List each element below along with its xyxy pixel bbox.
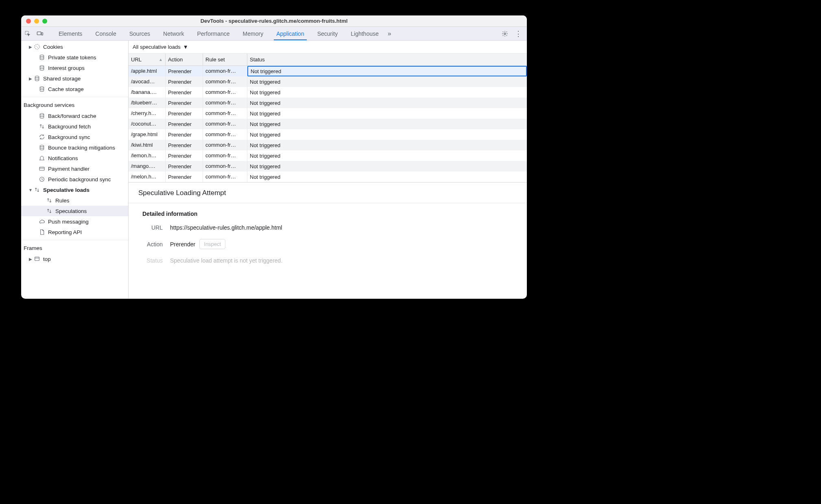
table-row[interactable]: /grape.htmlPrerendercommon-fr…Not trigge… bbox=[137, 129, 527, 140]
speculations-table-header: URL ▲ Action Rule set Status bbox=[137, 54, 527, 66]
cell-action: Prerender bbox=[166, 87, 203, 98]
cell-url: /coconut… bbox=[137, 119, 166, 129]
details-title: Speculative Loading Attempt bbox=[137, 182, 527, 203]
cell-ruleset: common-fr… bbox=[203, 150, 247, 161]
cell-url: /cherry.h… bbox=[137, 108, 166, 119]
table-row[interactable]: /mango.…Prerendercommon-fr…Not triggered bbox=[137, 161, 527, 172]
speculations-table-body: /apple.htmlPrerendercommon-fr…Not trigge… bbox=[137, 66, 527, 182]
table-row[interactable]: /banana.…Prerendercommon-fr…Not triggere… bbox=[137, 87, 527, 98]
cell-status: Not triggered bbox=[247, 108, 527, 119]
cell-status: Not triggered bbox=[247, 172, 527, 182]
tab-application[interactable]: Application bbox=[270, 27, 311, 40]
cell-url: /avocad… bbox=[137, 76, 166, 87]
devtools-window: DevTools - speculative-rules.glitch.me/c… bbox=[137, 15, 527, 299]
details-panel: Speculative Loading Attempt Detailed inf… bbox=[137, 182, 527, 268]
cell-url: /banana.… bbox=[137, 87, 166, 98]
cell-action: Prerender bbox=[166, 66, 203, 76]
table-row[interactable]: /avocad…Prerendercommon-fr…Not triggered bbox=[137, 76, 527, 87]
cell-ruleset: common-fr… bbox=[203, 108, 247, 119]
cell-url: /kiwi.html bbox=[137, 140, 166, 150]
cell-ruleset: common-fr… bbox=[203, 87, 247, 98]
cell-status: Not triggered bbox=[247, 140, 527, 150]
table-row[interactable]: /kiwi.htmlPrerendercommon-fr…Not trigger… bbox=[137, 140, 527, 150]
tab-performance[interactable]: Performance bbox=[190, 27, 236, 40]
cell-action: Prerender bbox=[166, 140, 203, 150]
cell-status: Not triggered bbox=[247, 87, 527, 98]
detail-row-action: Action Prerender Inspect bbox=[137, 235, 527, 253]
cell-status: Not triggered bbox=[247, 129, 527, 140]
cell-action: Prerender bbox=[166, 172, 203, 182]
cell-ruleset: common-fr… bbox=[203, 66, 247, 76]
cell-url: /grape.html bbox=[137, 129, 166, 140]
detail-row-url: URL https://speculative-rules.glitch.me/… bbox=[137, 220, 527, 235]
more-tabs-icon[interactable]: » bbox=[385, 30, 394, 37]
detail-action-value: Prerender bbox=[170, 241, 195, 248]
cell-ruleset: common-fr… bbox=[203, 76, 247, 87]
window-title: DevTools - speculative-rules.glitch.me/c… bbox=[137, 18, 522, 24]
filter-dropdown[interactable]: All speculative loads ▼ bbox=[137, 41, 527, 54]
table-row[interactable]: /apple.htmlPrerendercommon-fr…Not trigge… bbox=[137, 66, 527, 76]
col-action[interactable]: Action bbox=[166, 54, 203, 65]
cell-status: Not triggered bbox=[247, 119, 527, 129]
details-subheader: Detailed information bbox=[137, 203, 527, 220]
tab-memory[interactable]: Memory bbox=[236, 27, 270, 40]
cell-status: Not triggered bbox=[247, 161, 527, 172]
cell-ruleset: common-fr… bbox=[203, 172, 247, 182]
table-row[interactable]: /lemon.h…Prerendercommon-fr…Not triggere… bbox=[137, 150, 527, 161]
kebab-menu-icon[interactable]: ⋮ bbox=[515, 30, 522, 37]
col-status[interactable]: Status bbox=[247, 54, 527, 65]
detail-status-value: Speculative load attempt is not yet trig… bbox=[170, 257, 282, 264]
cell-url: /melon.h… bbox=[137, 172, 166, 182]
tab-sources[interactable]: Sources bbox=[137, 27, 157, 40]
window-titlebar: DevTools - speculative-rules.glitch.me/c… bbox=[137, 15, 527, 27]
cell-action: Prerender bbox=[166, 76, 203, 87]
col-url[interactable]: URL ▲ bbox=[137, 54, 166, 65]
cell-url: /apple.html bbox=[137, 66, 166, 76]
cell-action: Prerender bbox=[166, 108, 203, 119]
cell-action: Prerender bbox=[166, 161, 203, 172]
cell-status: Not triggered bbox=[247, 66, 527, 76]
cell-status: Not triggered bbox=[247, 150, 527, 161]
cell-ruleset: common-fr… bbox=[203, 140, 247, 150]
cell-action: Prerender bbox=[166, 150, 203, 161]
cell-url: /mango.… bbox=[137, 161, 166, 172]
sort-asc-icon: ▲ bbox=[159, 57, 163, 62]
detail-url-value: https://speculative-rules.glitch.me/appl… bbox=[170, 224, 282, 231]
filter-label: All speculative loads bbox=[137, 44, 181, 50]
settings-gear-icon[interactable] bbox=[502, 30, 508, 37]
inspect-button[interactable]: Inspect bbox=[199, 239, 225, 249]
cell-action: Prerender bbox=[166, 98, 203, 108]
cell-ruleset: common-fr… bbox=[203, 161, 247, 172]
cell-ruleset: common-fr… bbox=[203, 129, 247, 140]
cell-url: /blueberr… bbox=[137, 98, 166, 108]
table-row[interactable]: /melon.h…Prerendercommon-fr…Not triggere… bbox=[137, 172, 527, 182]
main-content: All speculative loads ▼ URL ▲ Action Rul… bbox=[137, 41, 527, 299]
tab-lighthouse[interactable]: Lighthouse bbox=[344, 27, 385, 40]
table-row[interactable]: /blueberr…Prerendercommon-fr…Not trigger… bbox=[137, 98, 527, 108]
tab-security[interactable]: Security bbox=[311, 27, 345, 40]
detail-row-status: Status Speculative load attempt is not y… bbox=[137, 253, 527, 268]
cell-ruleset: common-fr… bbox=[203, 119, 247, 129]
cell-action: Prerender bbox=[166, 129, 203, 140]
chevron-down-icon: ▼ bbox=[183, 44, 188, 50]
table-row[interactable]: /coconut…Prerendercommon-fr…Not triggere… bbox=[137, 119, 527, 129]
cell-status: Not triggered bbox=[247, 98, 527, 108]
cell-status: Not triggered bbox=[247, 76, 527, 87]
tab-network[interactable]: Network bbox=[157, 27, 190, 40]
svg-point-3 bbox=[504, 33, 506, 35]
table-row[interactable]: /cherry.h…Prerendercommon-fr…Not trigger… bbox=[137, 108, 527, 119]
cell-action: Prerender bbox=[166, 119, 203, 129]
col-ruleset[interactable]: Rule set bbox=[203, 54, 247, 65]
cell-url: /lemon.h… bbox=[137, 150, 166, 161]
devtools-tabstrip: ElementsConsoleSourcesNetworkPerformance… bbox=[137, 27, 527, 41]
cell-ruleset: common-fr… bbox=[203, 98, 247, 108]
